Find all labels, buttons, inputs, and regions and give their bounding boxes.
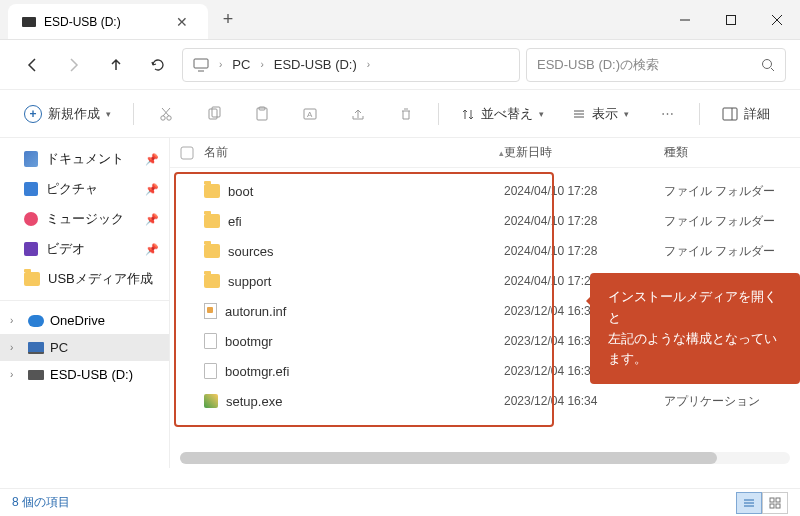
sort-button[interactable]: 並べ替え ▾ — [451, 97, 554, 131]
pin-icon: 📌 — [145, 183, 159, 196]
svg-point-6 — [763, 59, 772, 68]
icons-view-button[interactable] — [762, 492, 788, 514]
scrollbar-thumb[interactable] — [180, 452, 717, 464]
callout-line2: 左記のような構成となっています。 — [608, 329, 782, 371]
file-row[interactable]: sources 2024/04/10 17:28 ファイル フォルダー — [180, 236, 790, 266]
file-icon — [204, 333, 217, 349]
file-name: setup.exe — [226, 394, 282, 409]
divider — [699, 103, 700, 125]
main: ドキュメント📌ピクチャ📌ミュージック📌ビデオ📌USBメディア作成 ›OneDri… — [0, 138, 800, 468]
annotation-callout: インストールメディアを開くと 左記のような構成となっています。 — [590, 273, 800, 384]
sidebar-item-label: ピクチャ — [46, 180, 98, 198]
tree-item[interactable]: ›OneDrive — [0, 307, 169, 334]
tree-item-label: ESD-USB (D:) — [50, 367, 133, 382]
chevron-down-icon: ▾ — [106, 109, 111, 119]
file-name: sources — [228, 244, 274, 259]
sort-label: 並べ替え — [481, 105, 533, 123]
share-button[interactable] — [338, 97, 378, 131]
window-controls — [662, 0, 800, 39]
chevron-right-icon: › — [367, 59, 370, 70]
forward-button[interactable] — [56, 47, 92, 83]
copy-button[interactable] — [194, 97, 234, 131]
folder-icon — [204, 274, 220, 288]
breadcrumb-drive[interactable]: ESD-USB (D:) — [274, 57, 357, 72]
refresh-button[interactable] — [140, 47, 176, 83]
tab-close[interactable]: ✕ — [170, 12, 194, 32]
folder-icon — [204, 244, 220, 258]
chevron-right-icon[interactable]: › — [10, 342, 22, 353]
toolbar: + 新規作成 ▾ A 並べ替え ▾ 表示 ▾ ⋯ 詳細 — [0, 90, 800, 138]
tree-item[interactable]: ›ESD-USB (D:) — [0, 361, 169, 388]
statusbar: 8 個の項目 — [0, 488, 800, 516]
sidebar-item[interactable]: ドキュメント📌 — [0, 144, 169, 174]
drive-icon — [22, 17, 36, 27]
new-button[interactable]: + 新規作成 ▾ — [14, 97, 121, 131]
column-date[interactable]: 更新日時 — [504, 144, 664, 161]
divider — [438, 103, 439, 125]
horizontal-scrollbar[interactable] — [180, 452, 790, 464]
sidebar-item[interactable]: ビデオ📌 — [0, 234, 169, 264]
details-pane-button[interactable]: 詳細 — [712, 97, 780, 131]
svg-line-7 — [771, 68, 774, 71]
svg-rect-23 — [181, 147, 193, 159]
close-button[interactable] — [754, 0, 800, 39]
doc-icon — [24, 151, 38, 167]
file-row[interactable]: efi 2024/04/10 17:28 ファイル フォルダー — [180, 206, 790, 236]
pic-icon — [24, 182, 38, 196]
inf-icon — [204, 303, 217, 319]
svg-line-10 — [163, 108, 170, 116]
chevron-down-icon: ▾ — [624, 109, 629, 119]
svg-rect-27 — [770, 498, 774, 502]
chevron-right-icon[interactable]: › — [10, 369, 22, 380]
breadcrumb-pc[interactable]: PC — [232, 57, 250, 72]
file-type: ファイル フォルダー — [664, 243, 790, 260]
file-name: efi — [228, 214, 242, 229]
file-icon — [204, 363, 217, 379]
details-view-button[interactable] — [736, 492, 762, 514]
breadcrumb[interactable]: › PC › ESD-USB (D:) › — [182, 48, 520, 82]
svg-rect-30 — [776, 504, 780, 508]
folder-icon — [204, 214, 220, 228]
column-type[interactable]: 種類 — [664, 144, 790, 161]
cloud-icon — [28, 315, 44, 327]
view-button[interactable]: 表示 ▾ — [562, 97, 639, 131]
chevron-right-icon[interactable]: › — [10, 315, 22, 326]
setup-icon — [204, 394, 218, 408]
details-label: 詳細 — [744, 105, 770, 123]
rename-button[interactable]: A — [290, 97, 330, 131]
search-input[interactable]: ESD-USB (D:)の検索 — [526, 48, 786, 82]
more-button[interactable]: ⋯ — [647, 97, 687, 131]
file-row[interactable]: setup.exe 2023/12/04 16:34 アプリケーション — [180, 386, 790, 416]
checkbox-icon[interactable] — [180, 146, 194, 160]
sidebar-item[interactable]: USBメディア作成 — [0, 264, 169, 294]
svg-rect-4 — [194, 59, 208, 68]
search-icon — [761, 58, 775, 72]
search-placeholder: ESD-USB (D:)の検索 — [537, 56, 659, 74]
back-button[interactable] — [14, 47, 50, 83]
file-name: bootmgr.efi — [225, 364, 289, 379]
svg-point-8 — [161, 115, 165, 119]
new-tab-button[interactable]: + — [208, 0, 248, 39]
sort-icon — [461, 107, 475, 121]
maximize-button[interactable] — [708, 0, 754, 39]
monitor-icon — [193, 58, 209, 72]
svg-line-11 — [162, 108, 169, 116]
svg-rect-21 — [723, 108, 737, 120]
tab-active[interactable]: ESD-USB (D:) ✕ — [8, 4, 208, 39]
up-button[interactable] — [98, 47, 134, 83]
divider — [133, 103, 134, 125]
paste-button[interactable] — [242, 97, 282, 131]
delete-button[interactable] — [386, 97, 426, 131]
sidebar-item[interactable]: ミュージック📌 — [0, 204, 169, 234]
titlebar: ESD-USB (D:) ✕ + — [0, 0, 800, 40]
cut-button[interactable] — [146, 97, 186, 131]
tree-item[interactable]: ›PC — [0, 334, 169, 361]
svg-rect-1 — [727, 15, 736, 24]
sidebar-item[interactable]: ピクチャ📌 — [0, 174, 169, 204]
column-name[interactable]: 名前▴ — [204, 144, 504, 161]
view-toggles — [736, 492, 788, 514]
file-row[interactable]: boot 2024/04/10 17:28 ファイル フォルダー — [180, 176, 790, 206]
file-name: autorun.inf — [225, 304, 286, 319]
svg-point-9 — [167, 115, 171, 119]
minimize-button[interactable] — [662, 0, 708, 39]
